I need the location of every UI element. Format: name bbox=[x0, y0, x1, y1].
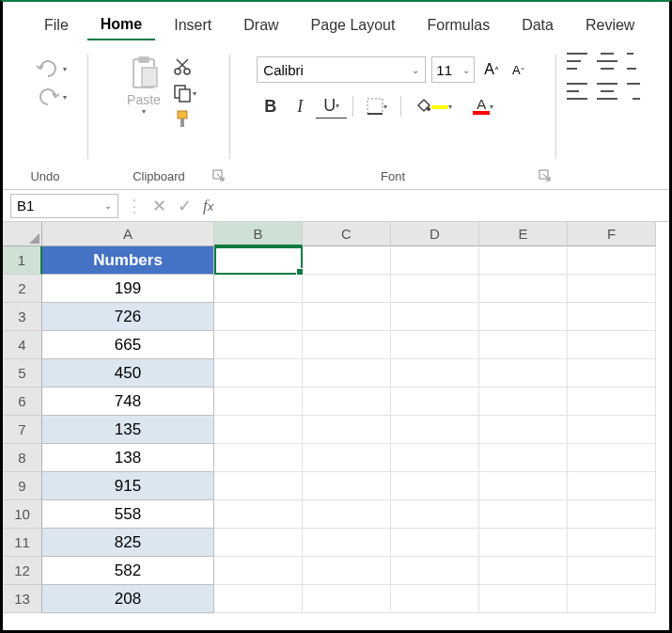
tab-draw[interactable]: Draw bbox=[230, 11, 291, 40]
column-header-F[interactable]: F bbox=[568, 222, 656, 246]
tab-formulas[interactable]: Formulas bbox=[414, 11, 503, 40]
align-center-button[interactable] bbox=[597, 83, 617, 100]
tab-insert[interactable]: Insert bbox=[161, 11, 225, 40]
tab-home[interactable]: Home bbox=[87, 10, 155, 40]
font-name-combo[interactable]: Calibri ⌄ bbox=[257, 56, 426, 83]
cell-B11[interactable] bbox=[214, 529, 303, 557]
cell-B1[interactable] bbox=[214, 246, 303, 275]
cell-F10[interactable] bbox=[568, 500, 656, 529]
row-header-12[interactable]: 12 bbox=[3, 557, 42, 585]
cell-D3[interactable] bbox=[391, 303, 479, 331]
redo-button[interactable]: ▾ bbox=[35, 87, 67, 107]
cell-B13[interactable] bbox=[214, 585, 303, 613]
column-header-E[interactable]: E bbox=[479, 222, 568, 246]
cell-E6[interactable] bbox=[479, 388, 568, 416]
borders-button[interactable]: ▾ bbox=[359, 96, 395, 117]
cell-B3[interactable] bbox=[214, 303, 303, 331]
cell-D13[interactable] bbox=[391, 585, 479, 613]
italic-button[interactable]: I bbox=[289, 95, 310, 119]
format-painter-button[interactable] bbox=[172, 109, 196, 130]
row-header-13[interactable]: 13 bbox=[3, 585, 42, 613]
font-dialog-launcher[interactable] bbox=[539, 169, 552, 182]
undo-button[interactable]: ▾ bbox=[35, 58, 67, 79]
cell-D8[interactable] bbox=[391, 444, 479, 472]
row-header-8[interactable]: 8 bbox=[3, 444, 42, 472]
align-right-button[interactable] bbox=[627, 83, 640, 100]
cell-C8[interactable] bbox=[303, 444, 391, 472]
column-header-B[interactable]: B bbox=[214, 222, 303, 246]
cell-C9[interactable] bbox=[303, 472, 391, 500]
cell-D5[interactable] bbox=[391, 359, 479, 388]
cancel-formula-button[interactable]: ✕ bbox=[147, 196, 172, 216]
cell-E4[interactable] bbox=[479, 331, 568, 359]
cell-E11[interactable] bbox=[479, 529, 568, 557]
cell-D2[interactable] bbox=[391, 275, 479, 303]
cell-A10[interactable]: 558 bbox=[42, 500, 214, 529]
cell-D11[interactable] bbox=[391, 529, 479, 557]
row-header-7[interactable]: 7 bbox=[3, 416, 42, 444]
cell-E7[interactable] bbox=[479, 416, 568, 444]
row-header-5[interactable]: 5 bbox=[3, 359, 42, 388]
cell-B7[interactable] bbox=[214, 416, 303, 444]
font-size-combo[interactable]: 11 ⌄ bbox=[431, 56, 475, 83]
tab-review[interactable]: Review bbox=[572, 11, 648, 40]
row-header-4[interactable]: 4 bbox=[3, 331, 42, 359]
cell-F13[interactable] bbox=[568, 585, 656, 613]
tab-file[interactable]: File bbox=[31, 11, 82, 40]
cell-F1[interactable] bbox=[568, 246, 656, 275]
cell-B4[interactable] bbox=[214, 331, 303, 359]
select-all-corner[interactable] bbox=[3, 222, 42, 246]
name-box[interactable]: B1 ⌄ bbox=[10, 194, 118, 218]
column-header-C[interactable]: C bbox=[303, 222, 391, 246]
cell-D1[interactable] bbox=[391, 246, 479, 275]
column-header-A[interactable]: A bbox=[42, 222, 214, 246]
cell-F8[interactable] bbox=[568, 444, 656, 472]
copy-button[interactable]: ▾ bbox=[172, 83, 196, 103]
cell-E10[interactable] bbox=[479, 500, 568, 529]
insert-function-button[interactable]: fx bbox=[197, 197, 219, 215]
cell-B9[interactable] bbox=[214, 472, 303, 500]
bold-button[interactable]: B bbox=[257, 95, 284, 119]
cell-E2[interactable] bbox=[479, 275, 568, 303]
cell-A7[interactable]: 135 bbox=[42, 416, 214, 444]
cell-C13[interactable] bbox=[303, 585, 391, 613]
cell-B6[interactable] bbox=[214, 388, 303, 416]
cell-A12[interactable]: 582 bbox=[42, 557, 214, 585]
cell-B12[interactable] bbox=[214, 557, 303, 585]
cell-B2[interactable] bbox=[214, 275, 303, 303]
cell-D9[interactable] bbox=[391, 472, 479, 500]
cell-D4[interactable] bbox=[391, 331, 479, 359]
cut-button[interactable] bbox=[172, 56, 196, 77]
cell-D7[interactable] bbox=[391, 416, 479, 444]
cell-E12[interactable] bbox=[479, 557, 568, 585]
cell-F2[interactable] bbox=[568, 275, 656, 303]
increase-font-button[interactable]: A˄ bbox=[480, 59, 503, 80]
cell-E9[interactable] bbox=[479, 472, 568, 500]
cell-F4[interactable] bbox=[568, 331, 656, 359]
cell-A11[interactable]: 825 bbox=[42, 529, 214, 557]
row-header-3[interactable]: 3 bbox=[3, 303, 42, 331]
cell-E5[interactable] bbox=[479, 359, 568, 388]
cell-A2[interactable]: 199 bbox=[42, 275, 214, 303]
enter-formula-button[interactable]: ✓ bbox=[172, 196, 197, 216]
align-top-button[interactable] bbox=[567, 53, 587, 70]
cell-B8[interactable] bbox=[214, 444, 303, 472]
cell-A1[interactable]: Numbers bbox=[42, 246, 214, 275]
cell-C4[interactable] bbox=[303, 331, 391, 359]
cell-E13[interactable] bbox=[479, 585, 568, 613]
cell-C5[interactable] bbox=[303, 359, 391, 388]
cell-D12[interactable] bbox=[391, 557, 479, 585]
cell-A9[interactable]: 915 bbox=[42, 472, 214, 500]
cell-E8[interactable] bbox=[479, 444, 568, 472]
underline-button[interactable]: U ▾ bbox=[316, 94, 347, 119]
cell-D10[interactable] bbox=[391, 500, 479, 529]
row-header-10[interactable]: 10 bbox=[3, 500, 42, 529]
column-header-D[interactable]: D bbox=[391, 222, 479, 246]
cell-C11[interactable] bbox=[303, 529, 391, 557]
cell-C3[interactable] bbox=[303, 303, 391, 331]
cell-B5[interactable] bbox=[214, 359, 303, 388]
cell-F7[interactable] bbox=[568, 416, 656, 444]
cell-A13[interactable]: 208 bbox=[42, 585, 214, 613]
cell-F3[interactable] bbox=[568, 303, 656, 331]
row-header-1[interactable]: 1 bbox=[3, 246, 42, 275]
